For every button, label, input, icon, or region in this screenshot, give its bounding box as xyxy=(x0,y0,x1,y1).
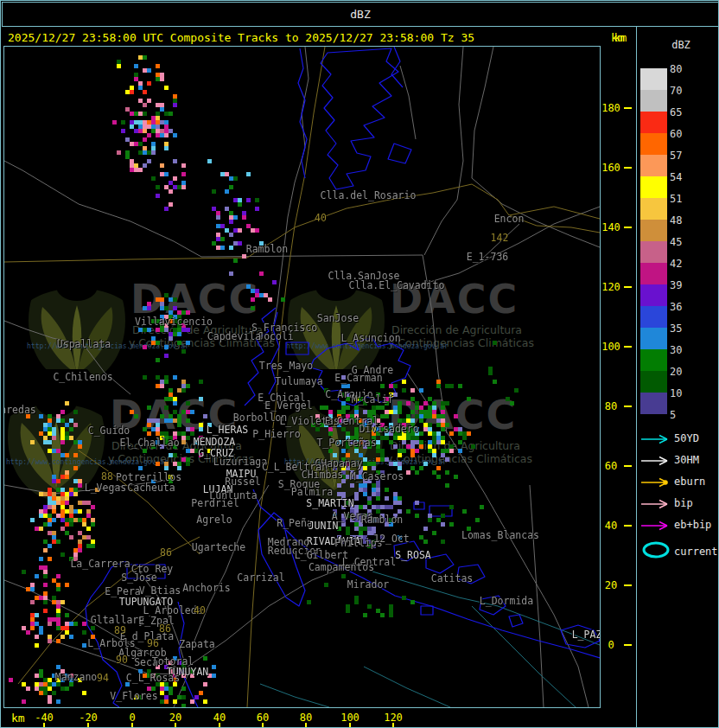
dbz-scale-tick-label: 57 xyxy=(670,150,699,161)
y-axis-tick-label: 100 xyxy=(600,341,622,353)
x-axis-tick-label: 20 xyxy=(156,712,194,724)
y-axis-tick-label: 140 xyxy=(600,221,622,233)
map-place-label: Manzano xyxy=(55,673,97,683)
map-place-label: SanJose xyxy=(317,314,359,324)
map-place-label: Capdevila xyxy=(207,332,261,342)
radar-app-window: dBZ 2025/12/27 23:58:00 UTC Composite Tr… xyxy=(0,0,719,728)
dbz-scale-tick-label: 70 xyxy=(670,86,699,96)
map-place-label: E_Vergel xyxy=(264,401,312,412)
dbz-scale-band xyxy=(640,371,667,393)
radar-map[interactable]: DACCDirección de Agriculturay Contingenc… xyxy=(3,46,601,708)
dbz-scale-tick-label: 20 xyxy=(670,367,699,377)
dbz-scale-tick-label: 10 xyxy=(670,388,699,399)
legend-30HM-label: 30HM xyxy=(674,455,699,465)
legend-50YD-icon xyxy=(640,431,671,448)
map-place-label: E_Carman xyxy=(334,374,382,384)
map-place-label: aredas xyxy=(3,406,36,416)
dbz-scale-band xyxy=(640,241,667,263)
y-axis-tick xyxy=(624,227,632,228)
scale-panel-border xyxy=(636,26,637,728)
y-axis-tick-label: 60 xyxy=(600,460,622,472)
map-place-label: Palmira xyxy=(291,488,333,498)
x-axis-tick-label: 80 xyxy=(287,712,325,724)
map-place-label: Mirador xyxy=(347,580,389,591)
x-axis-tick-label: 60 xyxy=(244,712,282,724)
map-place-label: Clla.del_Rosario xyxy=(321,191,417,201)
map-place-label: Villavicencio xyxy=(135,317,213,328)
x-axis-tick-label: 120 xyxy=(374,712,412,724)
legend-eburn-label: eburn xyxy=(674,476,705,487)
map-place-label: Ramblon xyxy=(246,245,288,255)
dbz-scale-band xyxy=(640,393,667,414)
y-axis-tick xyxy=(624,107,632,109)
map-place-label: M_Caseros xyxy=(350,472,404,482)
scale-title: dBZ xyxy=(651,39,711,51)
y-axis-tick-label: 0 xyxy=(600,639,622,651)
legend-bip-label: bip xyxy=(674,498,693,508)
legend-current-icon xyxy=(640,540,671,564)
x-axis-tick-label: 40 xyxy=(200,712,239,724)
y-axis-tick-label: 20 xyxy=(600,579,622,591)
map-place-label: Perdriel xyxy=(191,499,239,509)
y-axis-tick-label: 160 xyxy=(600,162,622,174)
dbz-scale-band xyxy=(640,68,667,90)
legend-50YD-label: 50YD xyxy=(674,433,699,444)
map-place-label: Catitas xyxy=(431,574,473,584)
dbz-scale-band xyxy=(640,306,667,328)
route-number-label: 90 xyxy=(116,655,128,666)
dbz-scale-band xyxy=(640,90,667,112)
legend-eb+bip-icon xyxy=(640,518,671,534)
dbz-scale-band xyxy=(640,198,667,220)
dbz-scale-band xyxy=(640,349,667,371)
y-axis-tick xyxy=(624,525,632,527)
map-place-label: Uspallata xyxy=(57,340,111,350)
dbz-scale-band xyxy=(640,155,667,176)
route-number-label: 86 xyxy=(159,624,171,635)
map-place-label: L_Gilbert xyxy=(295,551,348,561)
y-axis-tick-label: 80 xyxy=(600,400,622,412)
legend-eb+bip-label: eb+bip xyxy=(674,520,711,530)
map-place-label: Ugarteche xyxy=(192,543,245,553)
dbz-scale-tick-label: 35 xyxy=(670,323,699,334)
y-axis-tick xyxy=(624,346,632,348)
map-place-label: R_Peña xyxy=(277,519,313,529)
map-place-label: Encon xyxy=(494,214,525,225)
y-axis-tick xyxy=(624,584,632,586)
x-axis-tick xyxy=(87,723,89,728)
map-place-label: P_Hierro xyxy=(252,430,300,440)
x-axis-tick-label: -40 xyxy=(25,712,63,724)
dbz-scale-tick-label: 5 xyxy=(670,410,699,420)
map-place-label: T_Porteñas xyxy=(316,438,376,449)
route-number-label: 40 xyxy=(194,606,206,616)
map-place-label: V_Flores xyxy=(110,692,157,702)
map-place-label: Campamentos xyxy=(309,563,374,573)
x-axis-tick-label: 100 xyxy=(331,712,369,724)
legend-bip-icon xyxy=(640,496,671,513)
dbz-scale-tick-label: 65 xyxy=(670,107,699,118)
map-place-label: L_HERAS xyxy=(207,425,248,436)
x-axis-tick xyxy=(305,723,307,728)
map-place-label: El_Challao xyxy=(119,438,179,449)
map-place-label: La_Carrera xyxy=(70,559,130,570)
dbz-scale-tick-label: 45 xyxy=(670,237,699,247)
route-number-label: 94 xyxy=(97,674,109,684)
dbz-scale-band xyxy=(640,176,667,198)
dbz-scale-band xyxy=(640,220,667,241)
map-place-label: MENDOZA xyxy=(194,437,235,448)
x-axis-tick xyxy=(392,723,394,728)
map-place-label: Divisadero xyxy=(359,425,418,435)
title-bar: dBZ xyxy=(2,2,719,27)
x-axis-tick-label: 0 xyxy=(113,712,151,724)
map-place-label: Lomas_Blancas xyxy=(461,531,539,541)
legend-30HM-icon xyxy=(640,453,671,469)
dbz-scale-band xyxy=(640,263,667,284)
x-axis-tick xyxy=(219,723,220,728)
x-axis-tick xyxy=(131,723,133,728)
y-axis-tick-label: 120 xyxy=(600,281,622,293)
map-place-label: Tres_Mayo xyxy=(259,361,313,372)
map-place-label: JUNIN xyxy=(309,521,339,532)
map-place-label: L_Vegas xyxy=(85,483,126,494)
map-place-label: Agrelo xyxy=(196,515,232,526)
map-place-label: S_ROSA xyxy=(395,551,431,561)
dbz-scale-band xyxy=(640,112,667,133)
